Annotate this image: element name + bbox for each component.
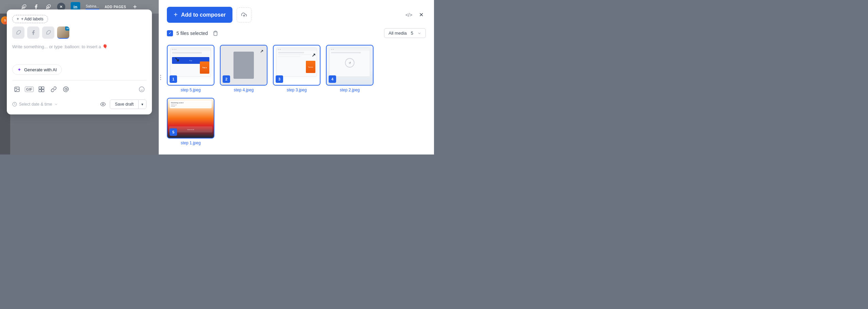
filter-label: All media <box>388 31 406 36</box>
image-icon[interactable] <box>12 85 22 94</box>
add-labels-label: + Add labels <box>21 17 44 21</box>
select-all-checkbox[interactable]: ✓ <box>167 30 173 36</box>
save-draft-dropdown[interactable]: ▾ <box>138 100 146 109</box>
upload-button[interactable] <box>237 7 251 22</box>
dot-1 <box>160 75 161 76</box>
media-thumb-5[interactable]: Scheduling content tools for your schedu… <box>167 98 214 139</box>
selected-count-label: 5 files selected <box>176 31 208 36</box>
add-labels-button[interactable]: + + Add labels <box>12 15 48 23</box>
plus-icon: + <box>17 17 19 21</box>
media-name-3: step 3.jpeg <box>287 88 307 92</box>
left-panel: S ✕ in Sabina... ADD PAGES + + Add label… <box>0 0 159 154</box>
filter-count: 5 <box>411 31 413 36</box>
media-thumb-3[interactable]: Trai ner ↗ 3 <box>273 45 320 86</box>
mention-icon[interactable] <box>61 85 71 94</box>
badge-2: 2 <box>223 75 230 83</box>
nav-add-pages[interactable]: ADD PAGES <box>105 5 126 9</box>
media-item-2: ↗ 2 step 4.jpeg <box>220 45 267 92</box>
feather-icon-2 <box>45 3 52 10</box>
generate-ai-label: Generate with AI <box>24 67 57 72</box>
composer-modal: + + Add labels in Write something... <box>7 10 152 114</box>
code-icon[interactable]: </> <box>404 10 414 20</box>
svg-rect-9 <box>42 87 44 89</box>
right-header: + Add to composer </> ✕ <box>167 7 426 23</box>
media-grid-2: Scheduling content tools for your schedu… <box>167 98 426 145</box>
link-icon[interactable] <box>49 85 58 94</box>
date-select-label: Select date & time <box>19 102 52 107</box>
media-thumb-4[interactable]: ↺ 4 <box>326 45 374 86</box>
media-thumb-1[interactable]: Post Trai n ↘ 1 <box>167 45 214 86</box>
selection-bar: ✓ 5 files selected All media 5 <box>167 28 426 38</box>
media-item-1: Post Trai n ↘ 1 step 5.jpeg <box>167 45 214 92</box>
nav-plus-icon[interactable] <box>132 3 138 10</box>
svg-point-13 <box>139 87 144 92</box>
gallery-icon[interactable] <box>37 85 46 94</box>
badge-5: 5 <box>170 128 177 136</box>
dot-2 <box>160 77 161 78</box>
bottom-bar: Select date & time Save draft ▾ <box>12 99 146 109</box>
media-thumb-2[interactable]: ↗ 2 <box>220 45 267 86</box>
account-icon-facebook[interactable] <box>27 26 39 39</box>
badge-3: 3 <box>276 75 283 83</box>
feather-icon-1 <box>20 3 27 10</box>
close-button[interactable]: ✕ <box>416 10 426 20</box>
add-to-composer-label: Add to composer <box>181 12 226 18</box>
generate-ai-button[interactable]: ✦ Generate with AI <box>12 65 62 75</box>
svg-point-12 <box>65 88 67 90</box>
svg-point-17 <box>102 104 104 105</box>
second-row: Scheduling content tools for your schedu… <box>167 98 426 145</box>
media-name-5: step 1.jpeg <box>181 141 201 145</box>
media-name-1: step 5.jpeg <box>181 88 201 92</box>
close-btn-area: </> ✕ <box>404 10 426 20</box>
date-select[interactable]: Select date & time <box>12 102 58 107</box>
add-to-composer-button[interactable]: + Add to composer <box>167 7 232 23</box>
bottom-right: Save draft ▾ <box>99 99 146 109</box>
badge-1: 1 <box>170 75 177 83</box>
svg-rect-8 <box>39 87 41 89</box>
text-placeholder: Write something... or type :balloon: to … <box>12 44 108 49</box>
media-item-5: Scheduling content tools for your schedu… <box>167 98 214 145</box>
account-icon-linkedin[interactable]: in <box>57 26 69 39</box>
media-grid: Post Trai n ↘ 1 step 5.jpeg <box>167 45 426 92</box>
divider <box>12 80 146 80</box>
media-item-4: ↺ 4 step 2.jpeg <box>326 45 374 92</box>
emoji-icon[interactable] <box>137 85 146 94</box>
save-draft-button-group: Save draft ▾ <box>110 99 146 109</box>
toolbar-right <box>137 85 146 94</box>
preview-icon[interactable] <box>99 100 107 108</box>
plus-icon: + <box>174 11 178 19</box>
svg-rect-11 <box>42 90 44 92</box>
facebook-icon[interactable] <box>33 3 39 10</box>
linkedin-badge: in <box>65 26 69 31</box>
save-draft-button[interactable]: Save draft <box>110 100 138 109</box>
media-name-2: step 4.jpeg <box>234 88 254 92</box>
account-icons-row: in <box>12 26 146 39</box>
three-dots-menu[interactable] <box>159 72 162 83</box>
delete-button[interactable] <box>211 29 220 37</box>
account-icon-feather-2[interactable] <box>42 26 54 39</box>
badge-4: 4 <box>329 75 336 83</box>
gif-icon[interactable]: GIF <box>24 85 34 94</box>
account-icon-feather-1[interactable] <box>12 26 24 39</box>
right-panel: + Add to composer </> ✕ ✓ 5 files select… <box>159 0 434 154</box>
sparkle-icon: ✦ <box>17 67 21 72</box>
media-name-4: step 2.jpeg <box>340 88 360 92</box>
filter-select[interactable]: All media 5 <box>384 28 426 38</box>
media-item-3: Trai ner ↗ 3 step 3.jpeg <box>273 45 320 92</box>
nav-account-item[interactable]: Sabina... <box>86 4 99 10</box>
svg-rect-10 <box>39 90 41 92</box>
dot-3 <box>160 79 161 80</box>
nav-account-name: Sabina... <box>86 4 99 8</box>
composer-toolbar: GIF <box>12 85 146 94</box>
svg-point-7 <box>16 88 16 89</box>
text-input-area[interactable]: Write something... or type :balloon: to … <box>12 43 146 60</box>
